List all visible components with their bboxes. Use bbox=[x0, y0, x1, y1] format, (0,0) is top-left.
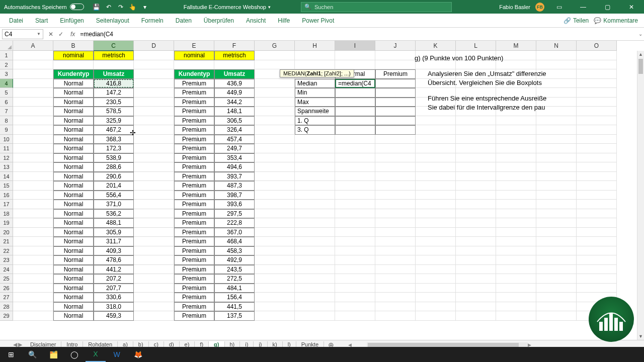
cell-M28[interactable] bbox=[496, 302, 536, 312]
row-header-27[interactable]: 27 bbox=[0, 293, 13, 302]
cell-H24[interactable] bbox=[295, 265, 335, 275]
cell-B13[interactable]: Normal bbox=[53, 162, 94, 172]
cell-G28[interactable] bbox=[255, 302, 295, 312]
cell-M13[interactable] bbox=[496, 162, 536, 172]
tab-einfuegen[interactable]: Einfügen bbox=[54, 14, 90, 27]
row-header-22[interactable]: 22 bbox=[0, 246, 13, 256]
cancel-formula-icon[interactable]: ✕ bbox=[46, 30, 55, 39]
cell-E12[interactable]: Premium bbox=[174, 153, 214, 163]
cell-L19[interactable] bbox=[456, 218, 496, 228]
cell-D9[interactable] bbox=[134, 125, 174, 135]
row-header-15[interactable]: 15 bbox=[0, 181, 13, 191]
col-header-J[interactable]: J bbox=[375, 41, 416, 51]
minimize-icon[interactable]: — bbox=[574, 0, 593, 14]
row-header-21[interactable]: 21 bbox=[0, 237, 13, 246]
cell-L10[interactable] bbox=[456, 135, 496, 144]
cell-C16[interactable]: 556,4 bbox=[94, 191, 134, 200]
cell-G18[interactable] bbox=[255, 209, 295, 219]
cell-J26[interactable] bbox=[375, 284, 416, 293]
sheet-tab-h[interactable]: h) bbox=[225, 341, 240, 347]
cell-C7[interactable]: 578,5 bbox=[94, 107, 134, 116]
row-header-9[interactable]: 9 bbox=[0, 125, 13, 135]
cell-D6[interactable] bbox=[134, 98, 174, 107]
cell-D16[interactable] bbox=[134, 191, 174, 200]
cell-I29[interactable] bbox=[335, 311, 375, 321]
row-header-12[interactable]: 12 bbox=[0, 153, 13, 163]
cell-J13[interactable] bbox=[375, 162, 416, 172]
cell-L21[interactable] bbox=[456, 237, 496, 246]
cell-B14[interactable]: Normal bbox=[53, 172, 94, 182]
cell-H6[interactable]: Max bbox=[295, 98, 335, 107]
cell-C10[interactable]: 368,3 bbox=[94, 135, 134, 144]
cell-D10[interactable] bbox=[134, 135, 174, 144]
col-header-C[interactable]: C bbox=[94, 41, 134, 51]
cell-D28[interactable] bbox=[134, 302, 174, 312]
cell-O8[interactable] bbox=[577, 116, 617, 126]
cell-I21[interactable] bbox=[335, 237, 375, 246]
cell-O5[interactable] bbox=[577, 88, 617, 98]
cell-D5[interactable] bbox=[134, 88, 174, 98]
cell-E28[interactable]: Premium bbox=[174, 302, 214, 312]
cell-M29[interactable] bbox=[496, 311, 536, 321]
cell-L11[interactable] bbox=[456, 144, 496, 153]
cell-I4[interactable]: =median(C4 bbox=[335, 79, 375, 88]
cell-C19[interactable]: 488,1 bbox=[94, 218, 134, 228]
cell-O2[interactable] bbox=[577, 60, 617, 70]
cell-O9[interactable] bbox=[577, 125, 617, 135]
comments-button[interactable]: 💬 Kommentare bbox=[594, 17, 638, 24]
cell-B5[interactable]: Normal bbox=[53, 88, 94, 98]
sheet-tab-d[interactable]: d) bbox=[164, 341, 180, 347]
cell-H4[interactable]: Median bbox=[295, 79, 335, 88]
cell-E16[interactable]: Premium bbox=[174, 191, 214, 200]
cell-F28[interactable]: 441,5 bbox=[214, 302, 255, 312]
cell-O10[interactable] bbox=[577, 135, 617, 144]
cell-H2[interactable] bbox=[295, 60, 335, 70]
cell-L29[interactable] bbox=[456, 311, 496, 321]
cell-A25[interactable] bbox=[13, 274, 53, 284]
cell-C13[interactable]: 288,6 bbox=[94, 162, 134, 172]
cell-O3[interactable] bbox=[577, 69, 617, 79]
cell-G15[interactable] bbox=[255, 181, 295, 191]
account-name[interactable]: Fabio Basler bbox=[499, 4, 530, 10]
cell-F23[interactable]: 492,9 bbox=[214, 255, 255, 265]
cell-I15[interactable] bbox=[335, 181, 375, 191]
cell-I8[interactable] bbox=[335, 116, 375, 126]
cell-O17[interactable] bbox=[577, 200, 617, 209]
cell-C18[interactable]: 536,2 bbox=[94, 209, 134, 219]
cell-C20[interactable]: 305,9 bbox=[94, 228, 134, 237]
cell-B27[interactable]: Normal bbox=[53, 293, 94, 302]
doc-dropdown-icon[interactable]: ▾ bbox=[268, 5, 271, 10]
cell-I16[interactable] bbox=[335, 191, 375, 200]
cell-E25[interactable]: Premium bbox=[174, 274, 214, 284]
cell-B11[interactable]: Normal bbox=[53, 144, 94, 153]
cell-F26[interactable]: 484,1 bbox=[214, 284, 255, 293]
cell-I20[interactable] bbox=[335, 228, 375, 237]
cell-G9[interactable] bbox=[255, 125, 295, 135]
cell-B15[interactable]: Normal bbox=[53, 181, 94, 191]
cell-J2[interactable] bbox=[375, 60, 416, 70]
cell-D11[interactable] bbox=[134, 144, 174, 153]
cell-G7[interactable] bbox=[255, 107, 295, 116]
row-header-2[interactable]: 2 bbox=[0, 60, 13, 70]
cell-N29[interactable] bbox=[536, 311, 577, 321]
avatar[interactable]: FB bbox=[535, 3, 544, 12]
cell-N4[interactable] bbox=[536, 79, 577, 88]
cell-F24[interactable]: 243,5 bbox=[214, 265, 255, 275]
cell-M18[interactable] bbox=[496, 209, 536, 219]
cell-I18[interactable] bbox=[335, 209, 375, 219]
cell-D27[interactable] bbox=[134, 293, 174, 302]
col-header-G[interactable]: G bbox=[255, 41, 295, 51]
tab-formeln[interactable]: Formeln bbox=[135, 14, 170, 27]
cell-J15[interactable] bbox=[375, 181, 416, 191]
cell-N8[interactable] bbox=[536, 116, 577, 126]
cell-A10[interactable] bbox=[13, 135, 53, 144]
cell-L18[interactable] bbox=[456, 209, 496, 219]
cell-J24[interactable] bbox=[375, 265, 416, 275]
cell-A28[interactable] bbox=[13, 302, 53, 312]
cell-A9[interactable] bbox=[13, 125, 53, 135]
cell-O18[interactable] bbox=[577, 209, 617, 219]
hscroll-left-icon[interactable]: ◀ bbox=[348, 342, 352, 347]
cell-B2[interactable] bbox=[53, 60, 94, 70]
cell-E4[interactable]: Premium bbox=[174, 79, 214, 88]
cell-A1[interactable] bbox=[13, 51, 53, 60]
